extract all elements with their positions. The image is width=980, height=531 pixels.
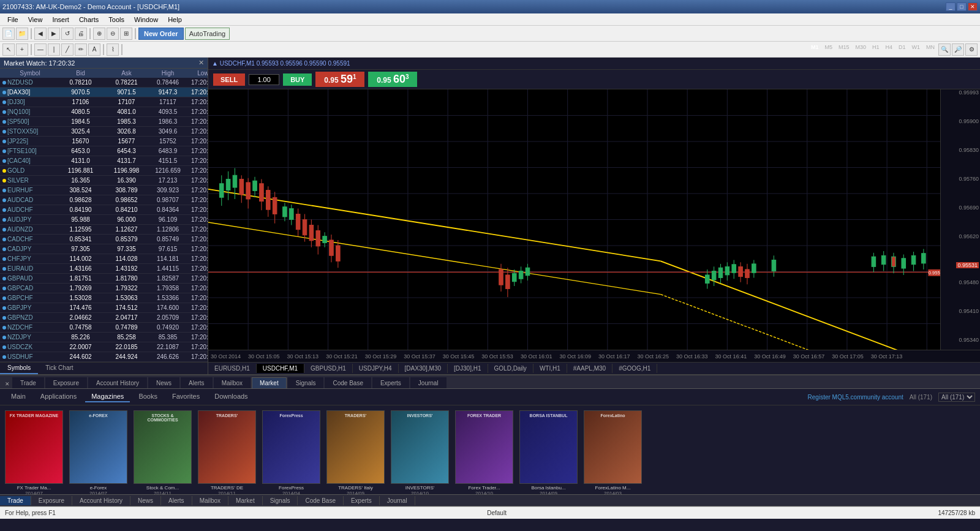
term-tab-experts[interactable]: Experts [372,377,409,388]
hline-btn[interactable]: — [34,43,47,56]
bottom-tab-market[interactable]: Market [228,496,263,505]
mw-row[interactable]: [SP500] 1984.5 1985.3 1986.3 17:20:32 [0,117,208,127]
mw-row[interactable]: AUDCAD 0.98628 0.98652 0.98707 17:20:32 [0,195,208,205]
text-btn[interactable]: A [88,43,100,56]
fib-btn[interactable]: ⌇ [107,43,119,56]
menu-insert[interactable]: Insert [47,15,74,24]
pen-btn[interactable]: ✏ [75,43,87,56]
magazine-item[interactable]: TRADERS' TRADERS' DE 2014/11 [198,410,256,489]
terminal-close-btn[interactable]: ✕ [2,380,12,388]
zoom-in-btn[interactable]: ⊕ [93,28,105,40]
minimize-btn[interactable]: _ [946,2,956,11]
fit-btn[interactable]: ⊞ [120,28,132,40]
mw-row[interactable]: EURHUF 308.524 308.789 309.923 17:20:18 [0,186,208,195]
mw-tab-tick[interactable]: Tick Chart [38,363,80,374]
tf-w1[interactable]: W1 [910,43,923,56]
subtab-main[interactable]: Main [5,391,32,402]
tf-m15[interactable]: M15 [836,43,852,56]
chart-tab-aapl[interactable]: #AAPL,M30 [567,364,612,373]
chart-tab-dj30[interactable]: [DJ30],H1 [448,364,488,373]
mw-row[interactable]: AUDNZD 1.12595 1.12627 1.12806 17:20:32 [0,225,208,235]
chart-tab-dax30[interactable]: [DAX30],M30 [399,364,448,373]
term-tab-market[interactable]: Market [252,377,287,388]
mw-row[interactable]: [DJ30] 17106 17107 17117 17:20:31 [0,97,208,107]
magazine-item[interactable]: FX TRADER MAGAZINE FX Trader Ma... 2014/… [5,410,63,489]
back-btn[interactable]: ◀ [34,28,47,40]
magazine-item[interactable]: STOCKS & COMMODITIES Stock & Com... 2014… [134,410,192,489]
term-tab-news[interactable]: News [148,377,179,388]
mw-row[interactable]: GBPAUD 1.81751 1.81780 1.82587 17:20:32 [0,274,208,284]
mw-row[interactable]: NZDJPY 85.226 85.258 85.385 17:20:32 [0,333,208,342]
magazine-item[interactable]: ForexPress ForexPress 2014/04 [262,410,320,489]
chart-tab-gbpusd[interactable]: GBPUSD,H1 [304,364,353,373]
mw-row[interactable]: GBPCAD 1.79269 1.79322 1.79358 17:20:32 [0,284,208,293]
mag-filter-select[interactable]: All (171) [938,393,975,402]
zoom-in2[interactable]: 🔍 [938,43,951,56]
bottom-tab-journal[interactable]: Journal [380,496,415,505]
mw-tab-symbols[interactable]: Symbols [0,363,38,374]
mw-row[interactable]: GOLD 1196.881 1196.998 1216.659 17:20:31 [0,166,208,176]
mw-row[interactable]: [CAC40] 4131.0 4131.7 4151.5 17:20:32 [0,156,208,166]
mw-row[interactable]: GBPNZD 2.04662 2.04717 2.05709 17:20:32 [0,313,208,323]
lot-input[interactable] [249,74,279,85]
bottom-tab-exposure[interactable]: Exposure [31,496,72,505]
mw-row[interactable]: [STOXX50] 3025.4 3026.8 3049.6 17:20:31 [0,127,208,137]
mw-row[interactable]: [JP225] 15670 15677 15752 17:20:32 [0,137,208,146]
tf-m5[interactable]: M5 [822,43,835,56]
trendline-btn[interactable]: ╱ [61,43,74,56]
magazine-item[interactable]: INVESTORS' INVESTORS' 2014/10 [391,410,449,489]
subtab-books[interactable]: Books [132,391,164,402]
chart-tab-eurusd[interactable]: EURUSD,H1 [208,364,257,373]
term-tab-exposure[interactable]: Exposure [45,377,87,388]
tf-h1[interactable]: H1 [870,43,882,56]
sell-button[interactable]: SELL [213,73,245,86]
magazine-item[interactable]: FOREX TRADER Forex Trader... 2014/10 [455,410,513,489]
zoom-out2[interactable]: 🔎 [952,43,964,56]
chart-canvas[interactable]: 0.955 [208,89,940,350]
term-tab-journal[interactable]: Journal [410,377,447,388]
chart-tab-wti[interactable]: WTI,H1 [533,364,567,373]
mw-row[interactable]: [FTSE100] 6453.0 6454.3 6483.9 17:20:32 [0,146,208,156]
bottom-tab-signals[interactable]: Signals [263,496,298,505]
market-watch-close[interactable]: ✕ [198,59,204,67]
term-tab-account[interactable]: Account History [88,377,147,388]
crosshair-btn[interactable]: + [16,43,28,56]
menu-charts[interactable]: Charts [74,15,104,24]
term-tab-codebase[interactable]: Code Base [325,377,371,388]
tf-d1[interactable]: D1 [896,43,908,56]
cursor-btn[interactable]: ↖ [2,43,15,56]
chart-tab-goog[interactable]: #GOOG,H1 [612,364,657,373]
zoom-out-btn[interactable]: ⊖ [107,28,119,40]
menu-tools[interactable]: Tools [104,15,129,24]
bottom-tab-alerts[interactable]: Alerts [161,496,192,505]
magazine-item[interactable]: BORSA ISTANBUL Borsa Istanbu... 2014/09 [519,410,578,489]
mw-row[interactable]: GBPJPY 174.476 174.512 174.600 17:20:32 [0,303,208,313]
mw-row[interactable]: SILVER 16.365 16.390 17.213 17:20:20 [0,176,208,186]
bottom-tab-experts[interactable]: Experts [344,496,380,505]
mw-row[interactable]: USDHUF 244.602 244.924 246.626 17:20:31 [0,352,208,362]
new-chart-btn[interactable]: 📄 [2,28,15,40]
mw-row[interactable]: NZDUSD 0.78210 0.78221 0.78446 17:20:32 [0,78,208,88]
mw-row[interactable]: EURAUD 1.43166 1.43192 1.44115 17:20:31 [0,264,208,274]
magazine-item[interactable]: ForexLatino ForexLatino M... 2014/03 [584,410,642,489]
mw-row[interactable]: AUDJPY 95.988 96.000 96.109 17:20:32 [0,215,208,225]
bottom-tab-trade[interactable]: Trade [0,496,31,505]
mw-row[interactable]: USDCZK 22.0007 22.0185 22.1087 17:20:30 [0,342,208,352]
print-btn[interactable]: 🖨 [75,28,87,40]
buy-button[interactable]: BUY [283,73,312,86]
term-tab-signals[interactable]: Signals [288,377,324,388]
sync-btn[interactable]: ↺ [61,28,74,40]
chart-tab-usdchf[interactable]: USDCHF,M1 [257,364,304,373]
close-btn[interactable]: ✕ [968,2,978,11]
maximize-btn[interactable]: □ [957,2,967,11]
mw-row[interactable]: CHFJPY 114.002 114.028 114.181 17:20:32 [0,254,208,264]
subtab-downloads[interactable]: Downloads [208,391,254,402]
mw-row[interactable]: [NQ100] 4080.5 4081.0 4093.5 17:20:32 [0,107,208,117]
tf-m1[interactable]: M1 [809,43,821,56]
chart-tab-gold[interactable]: GOLD,Daily [488,364,533,373]
tf-m30[interactable]: M30 [853,43,869,56]
mw-row[interactable]: CADCHF 0.85341 0.85379 0.85749 17:20:31 [0,235,208,244]
vline-btn[interactable]: | [48,43,60,56]
bottom-tab-codebase[interactable]: Code Base [298,496,343,505]
chart-tab-usdjpy[interactable]: USDJPY,H4 [353,364,399,373]
